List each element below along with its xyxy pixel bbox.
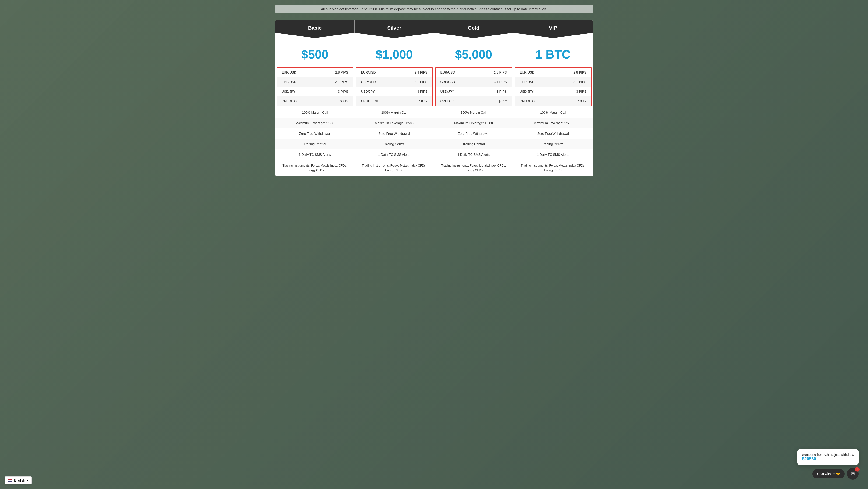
pip-row-basic-1: GBP/USD3.1 PIPS <box>277 77 353 87</box>
pip-value-basic-1: 3.1 PIPS <box>335 80 348 84</box>
plans-grid: Basic$500EUR/USD2.8 PIPSGBP/USD3.1 PIPSU… <box>275 20 593 176</box>
pip-label-gold-1: GBP/USD <box>440 80 455 84</box>
language-selector[interactable]: English ▾ <box>5 477 32 484</box>
pip-value-basic-2: 3 PIPS <box>338 90 348 93</box>
chat-icon: ✉ <box>851 471 855 477</box>
chat-badge: 1 <box>855 467 860 472</box>
plan-column-silver: Silver$1,000EUR/USD2.8 PIPSGBP/USD3.1 PI… <box>355 20 434 176</box>
plan-column-gold: Gold$5,000EUR/USD2.8 PIPSGBP/USD3.1 PIPS… <box>434 20 514 176</box>
pip-value-basic-3: $0.12 <box>340 99 348 103</box>
feature-row-vip-0: 100% Margin Call <box>514 108 593 118</box>
instruments-vip: Trading Instruments: Forex, Metals,Index… <box>514 160 593 176</box>
chat-notification: Someone from China just Withdraw $20560 <box>797 449 859 465</box>
pip-label-vip-0: EUR/USD <box>520 70 534 74</box>
pip-value-gold-1: 3.1 PIPS <box>494 80 507 84</box>
feature-row-basic-2: Zero Free Withdrawal <box>275 128 354 139</box>
pip-value-vip-2: 3 PIPS <box>576 90 587 93</box>
feature-row-gold-2: Zero Free Withdrawal <box>434 128 513 139</box>
pip-row-gold-0: EUR/USD2.8 PIPS <box>436 68 512 77</box>
plan-price-silver: $1,000 <box>355 40 434 66</box>
pip-label-basic-1: GBP/USD <box>282 80 297 84</box>
pip-value-silver-0: 2.8 PIPS <box>414 70 427 74</box>
chat-widget: Someone from China just Withdraw $20560 … <box>797 449 859 480</box>
feature-row-vip-3: Trading Central <box>514 139 593 149</box>
plan-header-gold: Gold <box>434 20 513 38</box>
feature-row-silver-4: 1 Daily TC SMS Alerts <box>355 149 434 160</box>
chat-btn-label: Chat with us 🤝 <box>817 472 840 476</box>
pip-row-basic-3: CRUDE OIL$0.12 <box>277 96 353 106</box>
pip-value-gold-2: 3 PIPS <box>497 90 507 93</box>
pip-label-basic-2: USD/JPY <box>282 90 296 93</box>
pip-row-silver-2: USD/JPY3 PIPS <box>356 87 432 96</box>
pips-section-vip: EUR/USD2.8 PIPSGBP/USD3.1 PIPSUSD/JPY3 P… <box>515 67 592 106</box>
plan-price-gold: $5,000 <box>434 40 513 66</box>
feature-row-silver-2: Zero Free Withdrawal <box>355 128 434 139</box>
notification-text: Someone from China just Withdraw <box>802 453 854 457</box>
pips-section-basic: EUR/USD2.8 PIPSGBP/USD3.1 PIPSUSD/JPY3 P… <box>277 67 353 106</box>
pip-value-vip-0: 2.8 PIPS <box>574 70 586 74</box>
pip-row-vip-3: CRUDE OIL$0.12 <box>515 96 591 106</box>
feature-row-gold-4: 1 Daily TC SMS Alerts <box>434 149 513 160</box>
language-label: English <box>14 479 25 482</box>
pip-row-vip-0: EUR/USD2.8 PIPS <box>515 68 591 77</box>
plan-header-silver: Silver <box>355 20 434 38</box>
flag-icon <box>8 479 12 482</box>
notice-text: All our plan get leverage up to 1:500. M… <box>275 5 593 13</box>
chat-with-us-button[interactable]: Chat with us 🤝 <box>812 469 845 479</box>
pip-row-basic-0: EUR/USD2.8 PIPS <box>277 68 353 77</box>
feature-row-gold-0: 100% Margin Call <box>434 108 513 118</box>
feature-row-vip-2: Zero Free Withdrawal <box>514 128 593 139</box>
plan-header-vip: VIP <box>514 20 593 38</box>
instruments-basic: Trading Instruments: Forex, Metals,Index… <box>275 160 354 176</box>
pip-row-basic-2: USD/JPY3 PIPS <box>277 87 353 96</box>
notification-amount: $20560 <box>802 457 854 461</box>
language-select-display[interactable]: English ▾ <box>5 477 32 484</box>
pip-label-vip-3: CRUDE OIL <box>520 99 537 103</box>
chat-button-row: Chat with us 🤝 ✉ 1 <box>797 468 859 480</box>
feature-row-gold-1: Maximum Leverage: 1:500 <box>434 118 513 128</box>
instruments-gold: Trading Instruments: Forex, Metals,Index… <box>434 160 513 176</box>
pip-label-vip-2: USD/JPY <box>520 90 533 93</box>
feature-row-gold-3: Trading Central <box>434 139 513 149</box>
pip-row-gold-1: GBP/USD3.1 PIPS <box>436 77 512 87</box>
pip-value-gold-0: 2.8 PIPS <box>494 70 507 74</box>
feature-row-vip-4: 1 Daily TC SMS Alerts <box>514 149 593 160</box>
feature-row-basic-0: 100% Margin Call <box>275 108 354 118</box>
plan-column-basic: Basic$500EUR/USD2.8 PIPSGBP/USD3.1 PIPSU… <box>275 20 355 176</box>
feature-row-vip-1: Maximum Leverage: 1:500 <box>514 118 593 128</box>
pip-row-silver-0: EUR/USD2.8 PIPS <box>356 68 432 77</box>
feature-row-basic-4: 1 Daily TC SMS Alerts <box>275 149 354 160</box>
pip-row-silver-1: GBP/USD3.1 PIPS <box>356 77 432 87</box>
pip-value-vip-3: $0.12 <box>578 99 586 103</box>
plan-header-basic: Basic <box>275 20 354 38</box>
chat-icon-button[interactable]: ✉ 1 <box>847 468 859 480</box>
pip-label-basic-0: EUR/USD <box>282 70 297 74</box>
pip-row-vip-1: GBP/USD3.1 PIPS <box>515 77 591 87</box>
feature-row-silver-1: Maximum Leverage: 1:500 <box>355 118 434 128</box>
plan-price-basic: $500 <box>275 40 354 66</box>
pip-label-silver-1: GBP/USD <box>361 80 376 84</box>
pip-row-gold-2: USD/JPY3 PIPS <box>436 87 512 96</box>
chevron-down-icon: ▾ <box>27 479 29 482</box>
pip-value-silver-2: 3 PIPS <box>417 90 428 93</box>
pip-row-vip-2: USD/JPY3 PIPS <box>515 87 591 96</box>
pip-label-basic-3: CRUDE OIL <box>282 99 300 103</box>
feature-row-silver-0: 100% Margin Call <box>355 108 434 118</box>
pip-value-silver-3: $0.12 <box>419 99 427 103</box>
pip-label-gold-0: EUR/USD <box>440 70 455 74</box>
pips-section-gold: EUR/USD2.8 PIPSGBP/USD3.1 PIPSUSD/JPY3 P… <box>435 67 512 106</box>
pip-row-silver-3: CRUDE OIL$0.12 <box>356 96 432 106</box>
page-container: All our plan get leverage up to 1:500. M… <box>271 0 597 180</box>
pip-value-silver-1: 3.1 PIPS <box>414 80 427 84</box>
pip-label-gold-3: CRUDE OIL <box>440 99 458 103</box>
notification-country: China <box>824 453 833 457</box>
feature-row-basic-3: Trading Central <box>275 139 354 149</box>
pip-label-silver-2: USD/JPY <box>361 90 375 93</box>
plan-price-vip: 1 BTC <box>514 40 593 66</box>
instruments-silver: Trading Instruments: Forex, Metals,Index… <box>355 160 434 176</box>
pip-label-silver-3: CRUDE OIL <box>361 99 379 103</box>
pip-label-gold-2: USD/JPY <box>440 90 454 93</box>
pips-section-silver: EUR/USD2.8 PIPSGBP/USD3.1 PIPSUSD/JPY3 P… <box>356 67 433 106</box>
plan-column-vip: VIP1 BTCEUR/USD2.8 PIPSGBP/USD3.1 PIPSUS… <box>514 20 593 176</box>
feature-row-basic-1: Maximum Leverage: 1:500 <box>275 118 354 128</box>
